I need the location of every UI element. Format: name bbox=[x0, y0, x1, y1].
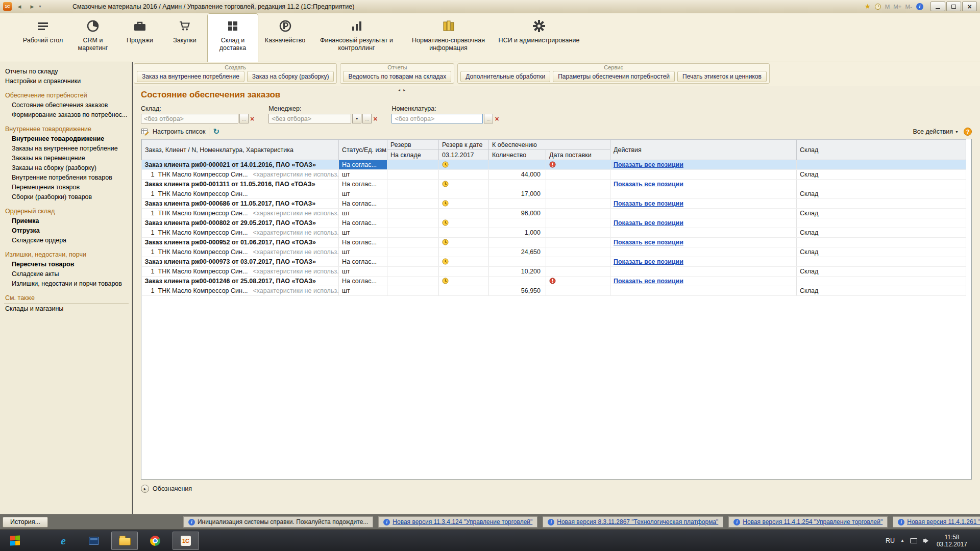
reserve-date-cell[interactable] bbox=[439, 267, 489, 277]
warehouse-cell[interactable] bbox=[797, 199, 966, 209]
item-unit-cell[interactable]: шт bbox=[339, 286, 387, 296]
reserve-cell[interactable] bbox=[387, 267, 439, 277]
reserve-date-cell[interactable] bbox=[439, 228, 489, 238]
panel-splitter-icon[interactable]: ◂ ▸ bbox=[398, 88, 406, 92]
table-row-order[interactable]: Заказ клиента рж00-000802 от 29.05.2017,… bbox=[142, 218, 966, 228]
supply-qty-cell[interactable]: 56,950 bbox=[489, 286, 546, 296]
table-row-order[interactable]: Заказ клиента рж00-000021 от 14.01.2016,… bbox=[142, 160, 966, 170]
manager-filter-input[interactable]: <без отбора> bbox=[268, 114, 351, 123]
network-icon[interactable] bbox=[910, 538, 917, 543]
sidebar-item-recounts[interactable]: Пересчеты товаров bbox=[4, 259, 129, 269]
reserve-cell[interactable] bbox=[387, 209, 439, 218]
sidebar-item-internal-consumption-orders[interactable]: Заказы на внутреннее потребление bbox=[4, 143, 129, 153]
column-subheader-qty[interactable]: Количество bbox=[489, 150, 546, 160]
favorites-star-icon[interactable]: ★ bbox=[865, 3, 871, 10]
clock[interactable]: 11:58 03.12.2017 bbox=[937, 534, 967, 548]
supply-date-cell[interactable] bbox=[546, 277, 610, 286]
warehouse-filter-input[interactable]: <без отбора> bbox=[141, 114, 238, 123]
column-subheader-onstock[interactable]: На складе bbox=[387, 150, 439, 160]
reserve-cell[interactable] bbox=[387, 286, 439, 296]
create-internal-consumption-order-button[interactable]: Заказ на внутреннее потребление bbox=[137, 71, 244, 82]
show-all-positions-link[interactable]: Показать все позиции bbox=[614, 239, 683, 246]
table-row-order[interactable]: Заказ клиента рж00-000973 от 03.07.2017,… bbox=[142, 257, 966, 267]
maximize-button[interactable] bbox=[946, 2, 961, 11]
table-row-order[interactable]: Заказ клиента рж00-001246 от 25.08.2017,… bbox=[142, 277, 966, 286]
manager-dropdown-button[interactable]: ▼ bbox=[352, 114, 361, 123]
nomenclature-filter-input[interactable]: <без отбора> bbox=[391, 114, 483, 123]
refresh-icon[interactable]: ↻ bbox=[213, 128, 219, 135]
reserve-cell[interactable] bbox=[387, 160, 439, 170]
supply-qty-cell[interactable]: 24,650 bbox=[489, 247, 546, 257]
mdi-mplus-button[interactable]: M+ bbox=[893, 4, 901, 10]
column-header-actions[interactable]: Действия bbox=[610, 140, 797, 160]
reserve-date-cell[interactable] bbox=[439, 238, 489, 247]
supply-date-cell[interactable] bbox=[546, 189, 610, 199]
supply-date-cell[interactable] bbox=[546, 199, 610, 209]
warehouse-clear-button[interactable]: × bbox=[250, 115, 254, 122]
start-button[interactable] bbox=[0, 530, 30, 551]
item-unit-cell[interactable]: шт bbox=[339, 247, 387, 257]
show-all-positions-link[interactable]: Показать все позиции bbox=[614, 200, 683, 207]
sidebar-item-order-supply-state[interactable]: Состояние обеспечения заказов bbox=[4, 100, 129, 110]
additional-processing-button[interactable]: Дополнительные обработки bbox=[460, 71, 550, 82]
show-all-positions-link[interactable]: Показать все позиции bbox=[614, 181, 683, 188]
sidebar-item-assembly-orders[interactable]: Заказы на сборку (разборку) bbox=[4, 163, 129, 172]
item-name-cell[interactable]: 1ТНК Масло Компрессор Син...<характерист… bbox=[142, 247, 339, 257]
sidebar-item-shipping[interactable]: Отгрузка bbox=[4, 226, 129, 235]
forward-button[interactable]: ▶ bbox=[27, 2, 37, 11]
manager-clear-button[interactable]: × bbox=[373, 115, 377, 122]
status-message[interactable]: i Новая версия 11.4.1.254 "Управление то… bbox=[728, 516, 888, 528]
sidebar-item-internal-goods[interactable]: Внутреннее товародвижение bbox=[4, 134, 129, 143]
supply-qty-cell[interactable]: 17,000 bbox=[489, 189, 546, 199]
reserve-date-cell[interactable] bbox=[439, 199, 489, 209]
reserve-date-cell[interactable] bbox=[439, 286, 489, 296]
order-title-cell[interactable]: Заказ клиента рж00-001246 от 25.08.2017,… bbox=[142, 277, 339, 286]
warehouse-cell[interactable]: Склад bbox=[797, 267, 966, 277]
sidebar-item-surplus-shortage[interactable]: Излишки, недостачи и порчи товаров bbox=[4, 279, 129, 288]
item-unit-cell[interactable]: шт bbox=[339, 170, 387, 180]
history-dropdown-icon[interactable]: ▼ bbox=[38, 5, 42, 8]
order-status-cell[interactable]: На соглас... bbox=[339, 180, 387, 189]
order-status-cell[interactable]: На соглас... bbox=[339, 238, 387, 247]
reserve-date-cell[interactable] bbox=[439, 209, 489, 218]
supply-qty-cell[interactable] bbox=[489, 160, 546, 170]
supply-qty-cell[interactable] bbox=[489, 238, 546, 247]
tab-reference[interactable]: Нормативно-справочная информация bbox=[401, 13, 496, 62]
legend-expand-icon[interactable]: ▸ bbox=[141, 485, 149, 493]
warehouse-cell[interactable] bbox=[797, 180, 966, 189]
supply-date-cell[interactable] bbox=[546, 267, 610, 277]
supply-date-cell[interactable] bbox=[546, 257, 610, 267]
sidebar-item-assemblies[interactable]: Сборки (разборки) товаров bbox=[4, 192, 129, 202]
actions-cell[interactable] bbox=[610, 286, 797, 296]
order-status-cell[interactable]: На соглас... bbox=[339, 218, 387, 228]
show-all-positions-link[interactable]: Показать все позиции bbox=[614, 278, 683, 285]
sidebar-item-warehouse-acts[interactable]: Складские акты bbox=[4, 269, 129, 279]
supply-date-cell[interactable] bbox=[546, 247, 610, 257]
supply-date-cell[interactable] bbox=[546, 209, 610, 218]
warehouse-cell[interactable]: Склад bbox=[797, 189, 966, 199]
actions-cell[interactable]: Показать все позиции bbox=[610, 218, 797, 228]
table-row-item[interactable]: 1ТНК Масло Компрессор Син...<характерист… bbox=[142, 247, 966, 257]
nomenclature-picker-button[interactable]: ... bbox=[484, 114, 493, 123]
warehouse-cell[interactable]: Склад bbox=[797, 228, 966, 238]
sidebar-item-settings[interactable]: Настройки и справочники bbox=[4, 76, 129, 86]
item-name-cell[interactable]: 1ТНК Масло Компрессор Син...<характерист… bbox=[142, 228, 339, 238]
warehouse-cell[interactable] bbox=[797, 160, 966, 170]
order-title-cell[interactable]: Заказ клиента рж00-000021 от 14.01.2016,… bbox=[142, 160, 339, 170]
all-actions-button[interactable]: Все действия ▼ bbox=[913, 128, 959, 135]
reserve-date-cell[interactable] bbox=[439, 257, 489, 267]
order-title-cell[interactable]: Заказ клиента рж00-000973 от 03.07.2017,… bbox=[142, 257, 339, 267]
item-unit-cell[interactable]: шт bbox=[339, 267, 387, 277]
warehouse-cell[interactable] bbox=[797, 218, 966, 228]
column-header-order[interactable]: Заказ, Клиент / N, Номенклатура, Характе… bbox=[142, 140, 339, 160]
supply-parameters-button[interactable]: Параметры обеспечения потребностей bbox=[553, 71, 675, 82]
tab-sales[interactable]: Продажи bbox=[117, 13, 162, 62]
nomenclature-clear-button[interactable]: × bbox=[495, 115, 499, 122]
actions-cell[interactable] bbox=[610, 170, 797, 180]
help-icon[interactable]: ? bbox=[964, 128, 972, 136]
supply-qty-cell[interactable]: 44,000 bbox=[489, 170, 546, 180]
actions-cell[interactable]: Показать все позиции bbox=[610, 257, 797, 267]
item-unit-cell[interactable]: шт bbox=[339, 189, 387, 199]
warehouse-picker-button[interactable]: ... bbox=[239, 114, 249, 123]
sidebar-item-warehouses-stores[interactable]: Склады и магазины bbox=[4, 304, 129, 314]
